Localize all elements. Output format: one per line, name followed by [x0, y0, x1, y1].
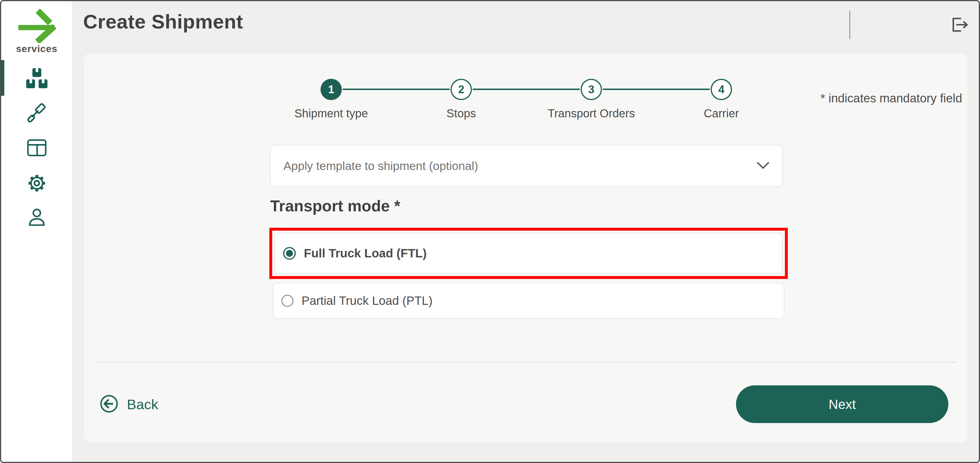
sidebar-item-profile[interactable] [1, 208, 72, 231]
active-indicator [1, 60, 4, 96]
back-arrow-icon [100, 395, 118, 414]
sidebar-item-templates[interactable] [1, 139, 72, 162]
option-partial-truck-load[interactable]: Partial Truck Load (PTL) [273, 283, 784, 319]
step-3-label: Transport Orders [519, 107, 663, 120]
header-divider [850, 11, 850, 39]
step-number: 3 [588, 83, 594, 96]
step-connector [473, 89, 580, 90]
mandatory-field-note: * indicates mandatory field [820, 92, 962, 105]
radio-ptl-unselected[interactable] [282, 295, 293, 307]
sidebar-item-shipments[interactable] [1, 68, 72, 91]
step-number: 1 [328, 83, 334, 96]
logout-button[interactable] [951, 17, 969, 32]
logout-icon [951, 29, 969, 33]
back-button-label: Back [127, 396, 158, 412]
template-dropdown-placeholder: Apply template to shipment (optional) [283, 159, 478, 173]
step-2-circle[interactable]: 2 [450, 79, 472, 100]
next-button[interactable]: Next [736, 385, 948, 423]
step-number: 4 [718, 83, 724, 96]
brand-arrow-icon [1, 8, 72, 43]
option-ptl-label: Partial Truck Load (PTL) [302, 294, 433, 308]
footer-divider [96, 362, 956, 363]
step-3-circle[interactable]: 3 [581, 79, 602, 100]
sidebar-item-auctions[interactable] [1, 102, 72, 125]
brand-name: services [1, 43, 72, 54]
sidebar: services [1, 1, 72, 462]
app-window: services [0, 0, 980, 463]
step-4-circle[interactable]: 4 [711, 79, 732, 100]
step-4-label: Carrier [649, 107, 793, 120]
option-ftl-label: Full Truck Load (FTL) [304, 246, 427, 260]
template-dropdown[interactable]: Apply template to shipment (optional) [270, 145, 783, 187]
brand-logo: services [1, 8, 72, 54]
option-full-truck-load[interactable]: Full Truck Load (FTL) [275, 233, 783, 274]
page-title: Create Shipment [83, 10, 243, 33]
step-connector [603, 89, 710, 90]
step-1-circle[interactable]: 1 [321, 79, 342, 100]
radio-ftl-selected[interactable] [283, 247, 296, 260]
back-button[interactable]: Back [100, 395, 158, 414]
step-connector [343, 89, 450, 90]
step-number: 2 [458, 83, 464, 96]
step-2-label: Stops [389, 107, 533, 120]
transport-mode-heading: Transport mode * [270, 197, 400, 215]
sidebar-item-settings[interactable] [1, 173, 72, 196]
chevron-down-icon [756, 161, 770, 171]
step-1-label: Shipment type [259, 107, 403, 120]
create-shipment-card: 1 2 3 4 Shipment type Stops Transport Or… [84, 54, 967, 442]
